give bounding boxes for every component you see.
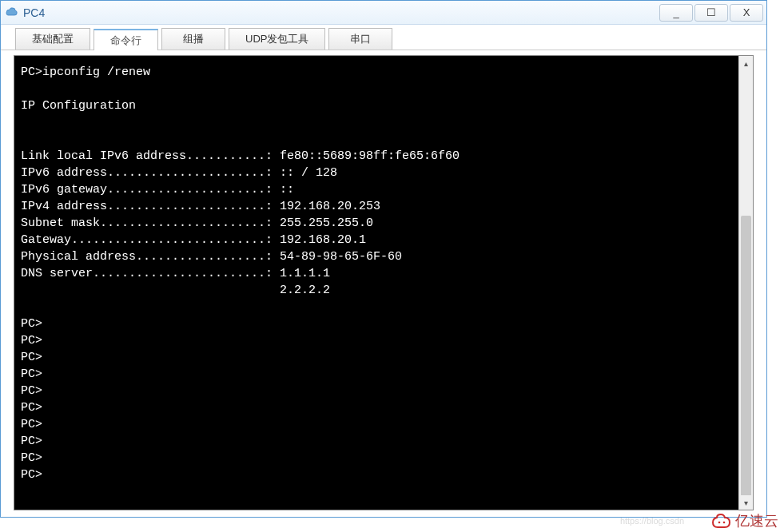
tabs-bar: 基础配置 命令行 组播 UDP发包工具 串口 bbox=[1, 25, 766, 50]
content-area: PC>ipconfig /renew IP Configuration Link… bbox=[1, 50, 766, 515]
app-icon bbox=[4, 6, 18, 20]
scrollbar[interactable]: ▴ ▾ bbox=[738, 56, 753, 510]
tab-command-line[interactable]: 命令行 bbox=[94, 29, 158, 50]
tab-multicast[interactable]: 组播 bbox=[161, 28, 225, 50]
terminal-wrap: PC>ipconfig /renew IP Configuration Link… bbox=[14, 55, 754, 510]
scroll-thumb[interactable] bbox=[741, 216, 751, 503]
titlebar: PC4 _ ☐ X bbox=[1, 1, 766, 25]
minimize-button[interactable]: _ bbox=[659, 4, 693, 22]
window-controls: _ ☐ X bbox=[659, 4, 763, 22]
tab-udp-tool[interactable]: UDP发包工具 bbox=[229, 28, 325, 50]
window-title: PC4 bbox=[23, 6, 659, 19]
window: PC4 _ ☐ X 基础配置 命令行 组播 UDP发包工具 串口 PC>ipco… bbox=[0, 0, 767, 518]
tab-basic-config[interactable]: 基础配置 bbox=[15, 28, 90, 50]
svg-point-1 bbox=[723, 522, 726, 524]
tab-serial[interactable]: 串口 bbox=[328, 28, 392, 50]
svg-point-0 bbox=[718, 522, 721, 524]
scroll-up-icon[interactable]: ▴ bbox=[739, 56, 753, 70]
terminal[interactable]: PC>ipconfig /renew IP Configuration Link… bbox=[14, 56, 738, 510]
maximize-button[interactable]: ☐ bbox=[694, 4, 728, 22]
close-button[interactable]: X bbox=[730, 4, 763, 22]
scroll-down-icon[interactable]: ▾ bbox=[739, 495, 753, 510]
